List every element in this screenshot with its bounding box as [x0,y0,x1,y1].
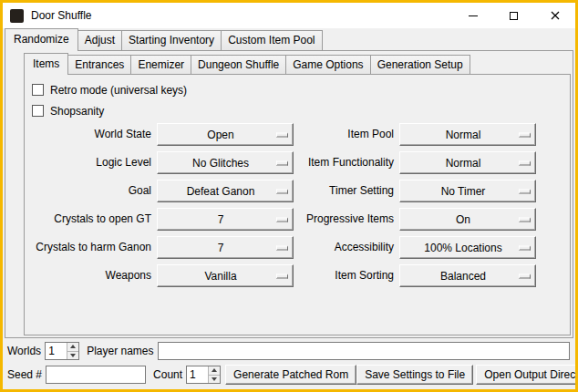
inner-tab-bar: Items Entrances Enemizer Dungeon Shuffle… [24,53,571,75]
dropdown-value: Open [207,129,243,141]
randomize-pane: Items Entrances Enemizer Dungeon Shuffle… [5,50,573,338]
count-label: Count [153,368,182,381]
worlds-label: Worlds [7,345,41,357]
accessibility-label: Accessibility [299,236,394,259]
dropdown-crystals-harm-ganon[interactable]: 7 [157,236,294,259]
footer-row-worlds: Worlds 1 Player names [7,341,570,361]
dropdown-value: No Glitches [192,157,258,170]
logic-level-label: Logic Level [32,151,151,174]
window: Door Shuffle Randomize Adjust Starting I… [0,0,578,392]
tab-generation-setup[interactable]: Generation Setup [370,55,470,75]
count-value: 1 [187,366,208,383]
count-spin-down-button[interactable] [209,375,220,384]
dropdown-value: Normal [446,129,490,141]
tab-items[interactable]: Items [24,53,68,75]
dropdown-indicator-icon [519,273,531,278]
dropdown-indicator-icon [276,217,288,222]
item-pool-label: Item Pool [299,123,394,146]
checkbox-shopsanity[interactable]: Shopsanity [32,101,563,120]
player-names-input[interactable] [158,342,571,360]
tab-game-options[interactable]: Game Options [285,55,370,75]
worlds-spinner[interactable]: 1 [45,342,79,360]
app-icon [10,9,24,23]
tab-dungeon-shuffle[interactable]: Dungeon Shuffle [191,55,286,75]
dropdown-world-state[interactable]: Open [157,123,294,146]
crystals-open-gt-label: Crystals to open GT [32,208,151,231]
dropdown-item-sorting[interactable]: Balanced [399,264,536,287]
item-functionality-label: Item Functionality [299,151,394,174]
close-button[interactable] [534,3,575,28]
count-spinner-buttons [208,366,220,383]
tab-custom-item-pool[interactable]: Custom Item Pool [221,30,322,51]
dropdown-indicator-icon [276,245,288,250]
shopsanity-label: Shopsanity [50,105,104,118]
progressive-items-label: Progressive Items [299,208,394,231]
dropdown-indicator-icon [519,189,531,193]
goal-label: Goal [32,180,151,202]
maximize-icon [510,12,518,20]
close-icon [551,11,560,20]
worlds-value: 1 [46,343,67,359]
tab-adjust[interactable]: Adjust [77,30,122,51]
dropdown-value: 7 [218,213,233,226]
worlds-spinner-buttons [67,343,78,359]
dropdown-indicator-icon [276,273,288,278]
dropdown-goal[interactable]: Defeat Ganon [157,180,294,202]
item-sorting-label: Item Sorting [299,264,394,287]
retro-mode-label: Retro mode (universal keys) [50,84,187,97]
dropdown-item-pool[interactable]: Normal [399,123,536,146]
dropdown-indicator-icon [276,160,288,165]
open-output-directory-button[interactable]: Open Output Directory [476,365,578,385]
window-controls [452,3,575,28]
seed-input[interactable] [46,366,146,384]
crystals-harm-ganon-label: Crystals to harm Ganon [32,236,151,259]
maximize-button[interactable] [493,3,534,28]
footer-row-seed: Seed # Count 1 Generate Patched Rom Save… [7,365,570,385]
tab-entrances[interactable]: Entrances [67,55,131,75]
tab-randomize[interactable]: Randomize [5,28,78,51]
spin-down-icon [212,377,217,381]
spin-up-icon [212,368,217,372]
count-spinner[interactable]: 1 [186,366,221,384]
checkbox-retro-mode[interactable]: Retro mode (universal keys) [32,80,563,99]
tab-starting-inventory[interactable]: Starting Inventory [121,30,222,51]
dropdown-indicator-icon [276,132,288,137]
generate-patched-rom-button[interactable]: Generate Patched Rom [225,365,356,385]
dropdown-value: Balanced [440,270,495,283]
retro-mode-checkbox-box[interactable] [32,84,44,96]
titlebar[interactable]: Door Shuffle [3,3,575,28]
spin-down-icon [70,354,76,357]
save-settings-button[interactable]: Save Settings to File [356,365,473,385]
dropdown-value: On [456,213,480,226]
seed-label: Seed # [7,368,42,381]
dropdown-accessibility[interactable]: 100% Locations [399,236,536,259]
window-title: Door Shuffle [31,9,92,22]
dropdown-value: Defeat Ganon [187,185,264,198]
dropdown-weapons[interactable]: Vanilla [157,264,294,287]
dropdown-indicator-icon [276,189,288,193]
minimize-button[interactable] [452,3,493,28]
dropdown-progressive-items[interactable]: On [399,208,536,231]
worlds-spin-down-button[interactable] [67,351,78,360]
dropdown-value: Normal [446,157,490,170]
dropdown-value: Vanilla [204,270,245,283]
dropdown-timer-setting[interactable]: No Timer [399,180,536,202]
count-spin-up-button[interactable] [209,366,220,375]
dropdown-indicator-icon [519,160,531,165]
outer-tab-bar: Randomize Adjust Starting Inventory Cust… [5,28,322,51]
player-names-label: Player names [87,345,153,357]
shopsanity-checkbox-box[interactable] [32,105,44,117]
dropdown-value: No Timer [441,185,495,198]
dropdown-crystals-open-gt[interactable]: 7 [157,208,294,231]
dropdown-value: 100% Locations [424,242,511,254]
dropdown-logic-level[interactable]: No Glitches [157,151,294,174]
spin-up-icon [70,345,76,348]
world-state-label: World State [32,123,151,146]
dropdown-value: 7 [218,242,233,254]
dropdown-indicator-icon [519,245,531,250]
dropdown-item-functionality[interactable]: Normal [399,151,536,174]
timer-setting-label: Timer Setting [299,180,394,202]
tab-enemizer[interactable]: Enemizer [130,55,191,75]
weapons-label: Weapons [32,264,151,287]
worlds-spin-up-button[interactable] [67,343,78,351]
